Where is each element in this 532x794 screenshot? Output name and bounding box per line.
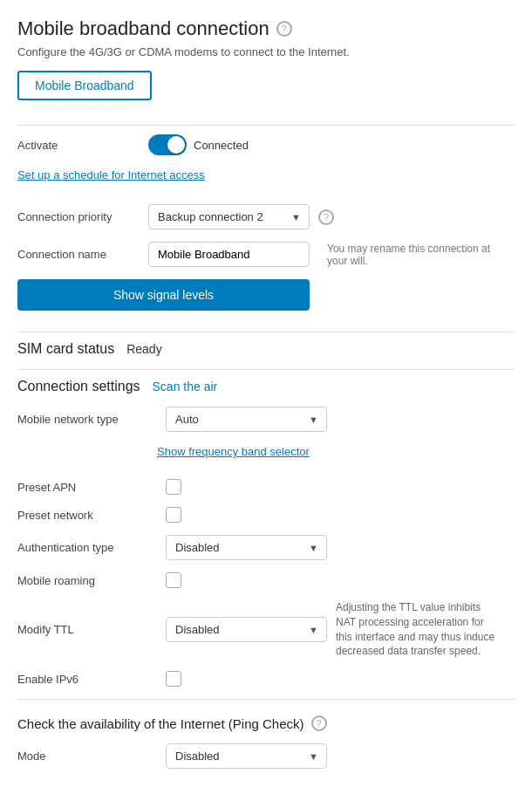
activate-toggle[interactable] [148,134,187,155]
mobile-network-type-select-wrap: Auto ▼ [166,407,327,432]
activate-status: Connected [194,139,249,152]
frequency-band-link[interactable]: Show frequency band selector [157,445,310,458]
preset-apn-checkbox[interactable] [166,479,181,495]
preset-network-checkbox[interactable] [166,507,181,523]
schedule-link[interactable]: Set up a schedule for Internet access [17,168,205,181]
page-title: Mobile broadband connection [17,17,269,40]
authentication-type-select-wrap: Disabled ▼ [166,535,327,560]
scan-the-air-link[interactable]: Scan the air [153,380,218,394]
preset-apn-row: Preset APN [17,479,515,495]
enable-ipv6-checkbox[interactable] [166,671,181,687]
mode-select[interactable]: Disabled [166,743,327,769]
toggle-knob [167,136,185,154]
mode-label: Mode [17,750,157,763]
mode-select-wrap: Disabled ▼ [166,743,327,769]
authentication-type-select[interactable]: Disabled [166,535,327,560]
mobile-roaming-label: Mobile roaming [17,574,157,587]
connection-priority-select-wrap: Backup connection 2 ▼ [148,204,310,229]
connection-priority-select[interactable]: Backup connection 2 [148,204,310,229]
enable-ipv6-label: Enable IPv6 [17,673,157,686]
authentication-type-row: Authentication type Disabled ▼ [17,535,515,560]
mobile-roaming-row: Mobile roaming [17,572,515,588]
connection-settings-title: Connection settings [17,379,140,394]
sim-card-value: Ready [126,342,161,356]
authentication-type-label: Authentication type [17,541,157,554]
connection-settings-section: Connection settings Scan the air [17,379,515,394]
mobile-roaming-checkbox[interactable] [166,572,181,588]
mode-row: Mode Disabled ▼ [17,743,515,769]
enable-ipv6-row: Enable IPv6 [17,671,515,687]
show-signal-button[interactable]: Show signal levels [17,279,310,311]
mobile-network-type-select[interactable]: Auto [166,407,327,432]
modify-ttl-label: Modify TTL [17,623,157,636]
preset-apn-label: Preset APN [17,481,157,494]
tab-mobile-broadband[interactable]: Mobile Broadband [17,71,152,100]
modify-ttl-row: Modify TTL Disabled ▼ Adjusting the TTL … [17,600,515,659]
activate-row: Activate Connected [17,134,515,155]
page-help-icon[interactable]: ? [276,21,292,37]
connection-name-row: Connection name You may rename this conn… [17,242,515,267]
modify-ttl-select-wrap: Disabled ▼ [166,617,327,642]
connection-name-label: Connection name [17,248,140,261]
mobile-network-type-row: Mobile network type Auto ▼ [17,407,515,432]
sim-card-title: SIM card status [17,341,114,357]
page-subtitle: Configure the 4G/3G or CDMA modems to co… [17,45,515,58]
activate-label: Activate [17,139,140,152]
sim-card-section: SIM card status Ready [17,341,515,357]
ping-check-help[interactable]: ? [311,715,327,731]
connection-name-input[interactable] [148,242,310,267]
connection-priority-row: Connection priority Backup connection 2 … [17,204,515,229]
tab-bar: Mobile Broadband [17,71,152,100]
modify-ttl-select[interactable]: Disabled [166,617,327,642]
preset-network-label: Preset network [17,509,157,522]
connection-priority-help[interactable]: ? [318,209,334,225]
ping-check-title: Check the availability of the Internet (… [17,716,304,731]
connection-priority-label: Connection priority [17,210,140,223]
preset-network-row: Preset network [17,507,515,523]
connection-name-note: You may rename this connection at your w… [327,243,501,267]
mobile-network-type-label: Mobile network type [17,413,157,426]
modify-ttl-note: Adjusting the TTL value inhibits NAT pro… [336,600,501,659]
